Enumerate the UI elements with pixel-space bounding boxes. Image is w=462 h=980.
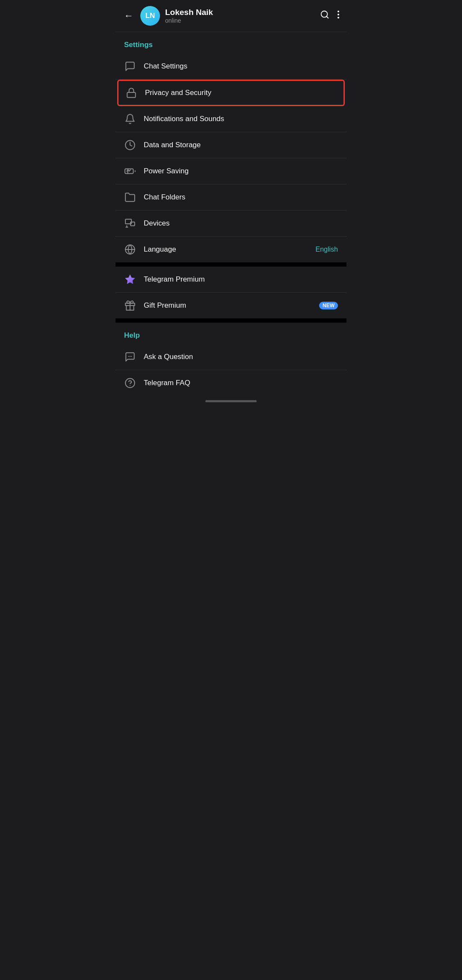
chat-icon	[124, 60, 136, 72]
settings-group: Settings Chat Settings Privacy and Secur…	[116, 32, 346, 262]
help-group: Help Ask a Question Telegram FAQ	[116, 323, 346, 396]
svg-point-22	[125, 378, 135, 388]
clock-icon	[124, 139, 136, 151]
power-saving-label: Power Saving	[144, 167, 338, 175]
svg-point-19	[128, 356, 129, 357]
sidebar-item-notifications[interactable]: Notifications and Sounds	[116, 106, 346, 132]
avatar: LN	[140, 6, 160, 26]
bottom-indicator	[116, 396, 346, 405]
sidebar-item-language[interactable]: Language English	[116, 237, 346, 262]
header-actions	[320, 10, 340, 22]
telegram-premium-label: Telegram Premium	[144, 275, 338, 284]
home-indicator	[205, 400, 257, 402]
user-name: Lokesh Naik	[165, 8, 315, 17]
sidebar-item-chat-settings[interactable]: Chat Settings	[116, 53, 346, 80]
header: ← LN Lokesh Naik online	[116, 0, 346, 32]
data-storage-label: Data and Storage	[144, 141, 338, 149]
settings-section-title: Settings	[116, 32, 346, 53]
sidebar-item-ask-question[interactable]: Ask a Question	[116, 344, 346, 370]
folder-icon	[124, 191, 136, 203]
sidebar-item-telegram-faq[interactable]: Telegram FAQ	[116, 370, 346, 396]
star-icon	[124, 273, 136, 285]
devices-label: Devices	[144, 219, 338, 228]
devices-icon	[124, 217, 136, 229]
sidebar-item-data-storage[interactable]: Data and Storage	[116, 132, 346, 158]
search-icon[interactable]	[320, 10, 329, 22]
separator-2	[116, 318, 346, 323]
gift-premium-label: Gift Premium	[144, 301, 308, 310]
gift-icon	[124, 300, 136, 312]
svg-rect-5	[127, 92, 136, 98]
premium-group: Telegram Premium Gift Premium NEW	[116, 267, 346, 318]
bell-icon	[124, 113, 136, 125]
svg-point-2	[338, 11, 339, 12]
help-section-title: Help	[116, 323, 346, 344]
telegram-faq-label: Telegram FAQ	[144, 379, 338, 387]
sidebar-item-telegram-premium[interactable]: Telegram Premium	[116, 267, 346, 293]
sidebar-item-power-saving[interactable]: Power Saving	[116, 158, 346, 184]
ask-question-label: Ask a Question	[144, 353, 338, 361]
sidebar-item-chat-folders[interactable]: Chat Folders	[116, 184, 346, 211]
lock-icon	[125, 87, 137, 99]
svg-point-20	[130, 356, 130, 357]
chat-folders-label: Chat Folders	[144, 193, 338, 202]
more-icon[interactable]	[337, 10, 340, 22]
sidebar-item-gift-premium[interactable]: Gift Premium NEW	[116, 293, 346, 318]
new-badge: NEW	[319, 302, 338, 309]
back-button[interactable]: ←	[122, 9, 135, 23]
user-status: online	[165, 17, 315, 24]
svg-marker-16	[125, 274, 135, 284]
globe-icon	[124, 244, 136, 255]
svg-point-3	[338, 14, 339, 15]
sidebar-item-privacy-security[interactable]: Privacy and Security	[117, 80, 345, 106]
battery-icon	[124, 165, 136, 177]
svg-line-1	[326, 16, 328, 18]
notifications-label: Notifications and Sounds	[144, 115, 338, 123]
language-value: English	[316, 246, 338, 253]
separator-1	[116, 262, 346, 267]
language-label: Language	[144, 245, 308, 254]
chat-settings-label: Chat Settings	[144, 62, 338, 71]
header-info: Lokesh Naik online	[165, 8, 315, 24]
question-icon	[124, 377, 136, 389]
privacy-security-label: Privacy and Security	[145, 89, 337, 97]
svg-point-4	[338, 17, 339, 18]
svg-point-21	[131, 356, 132, 357]
sidebar-item-devices[interactable]: Devices	[116, 211, 346, 237]
chat-dots-icon	[124, 351, 136, 363]
